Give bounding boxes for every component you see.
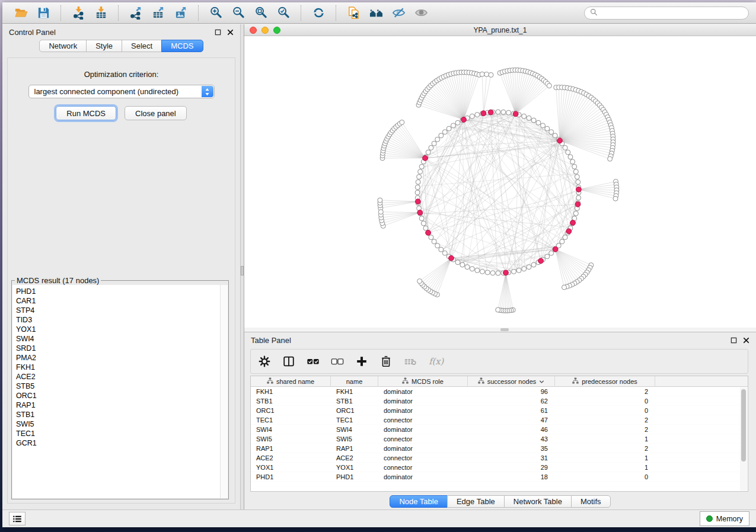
- cell-predecessor-nodes: 0: [555, 406, 655, 415]
- run-mcds-button[interactable]: Run MCDS: [56, 106, 116, 120]
- export-image-icon[interactable]: [171, 5, 190, 21]
- tab-network-table[interactable]: Network Table: [504, 495, 572, 508]
- mcds-result-list: PHD1CAR1STP4TID3YOX1SWI4SRD1PMA2FKH1ACE2…: [12, 285, 228, 498]
- select-all-icon[interactable]: [307, 354, 320, 369]
- refresh-view-icon[interactable]: [309, 5, 328, 21]
- tab-mcds[interactable]: MCDS: [161, 40, 203, 52]
- tab-network[interactable]: Network: [39, 40, 87, 52]
- mcds-result-item[interactable]: ACE2: [16, 372, 228, 382]
- tree-icon: [402, 377, 409, 385]
- close-window-icon[interactable]: [250, 27, 257, 34]
- float-panel-icon[interactable]: [215, 29, 221, 36]
- memory-button[interactable]: Memory: [700, 511, 749, 526]
- network-window-titlebar: YPA_prune.txt_1: [244, 24, 756, 36]
- table-row[interactable]: ORC1ORC1dominator610: [251, 406, 748, 415]
- mcds-result-item[interactable]: YOX1: [16, 325, 228, 334]
- mcds-result-item[interactable]: FKH1: [16, 363, 228, 372]
- search-box[interactable]: [584, 7, 749, 20]
- mcds-result-item[interactable]: STB1: [16, 410, 228, 419]
- mcds-result-item[interactable]: STB5: [16, 382, 228, 391]
- network-from-selection-icon[interactable]: [344, 5, 363, 21]
- table-row[interactable]: PHD1PHD1dominator180: [251, 472, 748, 482]
- toolbar-icon-groups: [9, 5, 432, 21]
- zoom-out-icon[interactable]: [229, 5, 248, 21]
- import-network-icon[interactable]: [69, 5, 88, 21]
- zoom-fit-icon[interactable]: [251, 5, 270, 21]
- mcds-result-item[interactable]: ORC1: [16, 391, 228, 400]
- column-header-shared-name[interactable]: shared name: [251, 376, 331, 387]
- cell-successor-nodes: 31: [468, 453, 555, 463]
- task-history-button[interactable]: [9, 512, 25, 525]
- cell-filler: [655, 453, 748, 463]
- open-file-icon[interactable]: [11, 5, 30, 21]
- minimize-window-icon[interactable]: [261, 27, 269, 34]
- table-vertical-scrollbar[interactable]: [740, 387, 747, 491]
- table-row[interactable]: TEC1TEC1connector472: [251, 415, 748, 425]
- column-header-predecessor-nodes[interactable]: predecessor nodes: [555, 376, 655, 387]
- column-header-MCDS-role[interactable]: MCDS role: [378, 376, 468, 387]
- import-table-icon[interactable]: [91, 5, 110, 21]
- zoom-selected-icon[interactable]: [274, 5, 293, 21]
- table-row[interactable]: RAP1RAP1dominator352: [251, 444, 748, 453]
- table-row[interactable]: FKH1FKH1dominator962: [251, 387, 748, 396]
- criterion-select[interactable]: largest connected component (undirected): [28, 85, 215, 98]
- cell-shared-name: TEC1: [251, 415, 331, 425]
- column-settings-icon[interactable]: [258, 354, 271, 369]
- show-all-icon[interactable]: [412, 5, 430, 21]
- close-panel-icon[interactable]: [227, 29, 234, 36]
- tab-node-table[interactable]: Node Table: [390, 495, 448, 508]
- search-input[interactable]: [601, 9, 743, 17]
- mcds-result-item[interactable]: GCR1: [16, 438, 228, 448]
- network-horizontal-scrollbar[interactable]: [244, 328, 756, 332]
- first-neighbors-icon[interactable]: [366, 5, 385, 21]
- tab-select[interactable]: Select: [122, 40, 162, 52]
- deselect-all-icon[interactable]: [331, 354, 344, 369]
- maximize-window-icon[interactable]: [273, 27, 280, 34]
- cell-predecessor-nodes: 2: [555, 387, 655, 396]
- splitter-grip-icon[interactable]: [241, 266, 244, 275]
- hide-selected-icon[interactable]: [389, 5, 408, 21]
- mcds-list-scrollbar[interactable]: [220, 285, 228, 498]
- table-row[interactable]: SWI4SWI4dominator462: [251, 425, 748, 434]
- column-header-name[interactable]: name: [331, 376, 378, 387]
- table-row[interactable]: YOX1YOX1connector291: [251, 463, 748, 472]
- mcds-result-item[interactable]: STP4: [16, 306, 228, 315]
- float-panel-icon[interactable]: [731, 337, 737, 344]
- tab-edge-table[interactable]: Edge Table: [447, 495, 505, 508]
- cell-MCDS-role: dominator: [378, 425, 468, 434]
- cell-MCDS-role: dominator: [378, 387, 468, 396]
- export-table-icon[interactable]: [149, 5, 168, 21]
- mcds-result-item[interactable]: TID3: [16, 315, 228, 325]
- control-panel-header: Control Panel: [2, 24, 240, 40]
- mcds-result-item[interactable]: SWI4: [16, 334, 228, 344]
- table-row[interactable]: ACE2ACE2connector311: [251, 453, 748, 463]
- table-row[interactable]: SWI5SWI5connector431: [251, 434, 748, 444]
- tab-motifs[interactable]: Motifs: [571, 495, 611, 508]
- optimization-criterion-label: Optimization criterion:: [8, 70, 235, 79]
- network-scrollbar-thumb[interactable]: [500, 328, 509, 331]
- panel-splitter[interactable]: [240, 24, 244, 509]
- cell-name: YOX1: [331, 463, 378, 472]
- mcds-result-item[interactable]: PMA2: [16, 353, 228, 363]
- mcds-result-item[interactable]: SWI5: [16, 419, 228, 429]
- mcds-result-item[interactable]: RAP1: [16, 400, 228, 410]
- zoom-in-icon[interactable]: [206, 5, 225, 21]
- tab-style[interactable]: Style: [86, 40, 122, 52]
- table-row[interactable]: STB1STB1dominator620: [251, 396, 748, 406]
- delete-column-icon[interactable]: [379, 354, 393, 369]
- export-network-icon[interactable]: [126, 5, 145, 21]
- close-panel-icon[interactable]: [743, 337, 749, 344]
- mcds-result-item[interactable]: SRD1: [16, 344, 228, 353]
- mcds-result-item[interactable]: CAR1: [16, 296, 228, 306]
- show-columns-icon[interactable]: [282, 354, 295, 369]
- close-panel-button[interactable]: Close panel: [125, 106, 187, 120]
- column-header-successor-nodes[interactable]: successor nodes: [468, 376, 555, 387]
- network-canvas[interactable]: [244, 36, 756, 328]
- save-session-icon[interactable]: [34, 5, 53, 21]
- mcds-result-item[interactable]: PHD1: [16, 287, 228, 296]
- mcds-result-item[interactable]: TEC1: [16, 429, 228, 438]
- node-table: shared namenameMCDS rolesuccessor nodesp…: [250, 376, 748, 492]
- tree-icon: [572, 377, 579, 385]
- add-column-icon[interactable]: [355, 354, 368, 369]
- table-scrollbar-thumb[interactable]: [741, 389, 746, 462]
